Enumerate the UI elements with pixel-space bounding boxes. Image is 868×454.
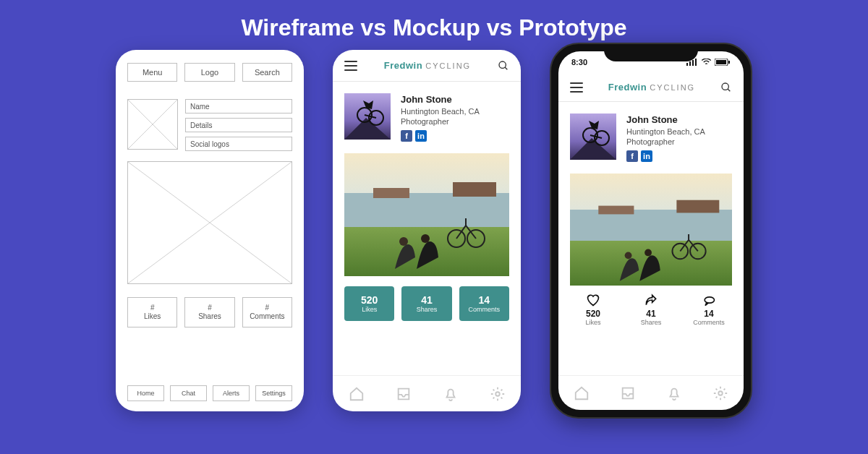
prototype-device: 8:30 Fredwin CYCLING [550,43,752,419]
svg-point-35 [644,249,652,257]
bell-icon[interactable] [443,386,459,402]
linkedin-icon[interactable]: in [415,130,427,142]
linkedin-icon[interactable]: in [641,150,652,162]
wireframe-phone: Menu Logo Search Name Details Social log… [116,50,304,411]
svg-rect-23 [728,61,730,64]
facebook-icon[interactable]: f [626,150,638,162]
svg-rect-19 [692,60,694,66]
svg-rect-10 [453,182,496,197]
inbox-icon[interactable] [396,386,412,402]
comments-stat[interactable]: #Comments [242,297,292,327]
name-field: Name [185,99,292,113]
device-notch [604,44,698,61]
profile-role: Photographer [626,137,705,147]
svg-point-34 [625,252,632,260]
likes-stat[interactable]: 520Likes [564,293,622,326]
svg-rect-30 [676,200,719,213]
search-icon[interactable] [498,60,509,72]
avatar[interactable] [344,93,391,140]
profile-role: Photographer [401,116,480,127]
wifi-icon [701,59,712,66]
svg-line-5 [505,67,507,69]
nav-home[interactable]: Home [127,385,164,401]
mockup-phone: Fredwin CYCLING John Stone Huntington Be… [333,50,521,411]
menu-button[interactable]: Menu [127,63,177,82]
nav-settings[interactable]: Settings [255,385,292,401]
svg-point-36 [718,391,723,395]
logo-placeholder: Logo [184,63,234,82]
main-image-placeholder [127,161,292,284]
svg-rect-17 [686,63,688,66]
svg-point-14 [399,237,408,246]
svg-line-29 [590,135,602,138]
search-icon[interactable] [720,82,732,93]
battery-icon [715,59,731,66]
likes-stat[interactable]: #Likes [127,297,177,327]
home-icon[interactable] [574,385,590,401]
details-field: Details [185,118,292,132]
wireframe-topbar: Menu Logo Search [127,63,292,82]
heart-icon [585,293,601,307]
status-time: 8:30 [571,58,587,67]
gear-icon[interactable] [490,386,506,402]
profile-location: Huntington Beach, CA [401,106,480,117]
share-icon [643,293,659,307]
post-photo[interactable] [344,153,509,276]
bell-icon[interactable] [666,385,682,401]
nav-chat[interactable]: Chat [170,385,207,401]
avatar-placeholder [127,99,178,150]
profile-name: John Stone [626,113,705,127]
svg-rect-18 [689,61,691,66]
profile-name: John Stone [401,93,480,106]
svg-point-24 [722,83,728,90]
inbox-icon[interactable] [620,385,636,401]
shares-stat[interactable]: 41Shares [622,293,680,326]
svg-rect-20 [695,59,697,66]
comments-stat[interactable]: 14Comments [680,293,738,326]
svg-point-16 [495,392,500,396]
svg-point-15 [421,234,430,243]
svg-rect-11 [373,188,409,198]
comment-icon [701,293,717,307]
shares-stat[interactable]: 41Shares [401,286,451,321]
comparison-row: Menu Logo Search Name Details Social log… [0,50,868,419]
hamburger-icon[interactable] [570,82,583,93]
search-button[interactable]: Search [242,63,292,82]
gear-icon[interactable] [712,385,728,401]
nav-alerts[interactable]: Alerts [213,385,250,401]
post-photo[interactable] [570,174,732,286]
brand-logo: Fredwin CYCLING [608,82,695,93]
facebook-icon[interactable]: f [401,130,412,142]
brand-logo: Fredwin CYCLING [384,60,471,71]
comments-stat[interactable]: 14Comments [459,286,509,321]
svg-rect-31 [598,206,634,215]
svg-line-9 [365,115,376,118]
profile-location: Huntington Beach, CA [626,127,705,137]
svg-point-4 [499,61,506,68]
social-logos-field: Social logos [185,137,292,151]
page-title: Wireframe vs Mockup vs Prototype [0,0,868,50]
svg-rect-22 [716,60,726,64]
avatar[interactable] [570,113,616,160]
likes-stat[interactable]: 520Likes [344,286,394,321]
svg-line-25 [728,89,730,91]
hamburger-icon[interactable] [344,61,357,71]
shares-stat[interactable]: #Shares [184,297,234,327]
home-icon[interactable] [349,386,365,402]
